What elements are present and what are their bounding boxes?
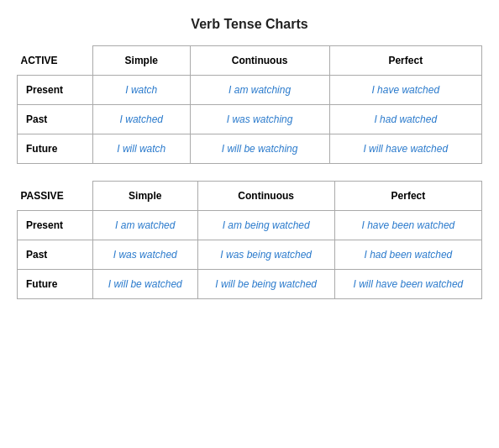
active-future-continuous: I will be watching [190, 134, 329, 164]
passive-header-simple: Simple [93, 182, 198, 211]
passive-future-perfect: I will have been watched [334, 270, 481, 299]
passive-future-row: Future I will be watched I will be being… [18, 270, 482, 299]
active-future-row: Future I will watch I will be watching I… [18, 134, 482, 164]
passive-header-continuous: Continuous [197, 182, 334, 211]
passive-present-label: Present [18, 211, 93, 240]
active-past-simple: I watched [93, 105, 191, 134]
passive-present-row: Present I am watched I am being watched … [18, 211, 482, 240]
passive-past-continuous: I was being watched [197, 240, 334, 270]
active-section-label: ACTIVE [18, 46, 93, 76]
active-past-perfect: I had watched [329, 105, 481, 134]
passive-section-label: PASSIVE [18, 182, 93, 211]
passive-present-perfect: I have been watched [334, 211, 481, 240]
active-present-continuous: I am watching [190, 76, 329, 105]
passive-present-simple: I am watched [93, 211, 198, 240]
active-present-row: Present I watch I am watching I have wat… [18, 76, 482, 105]
active-table: ACTIVE Simple Continuous Perfect Present… [17, 45, 482, 164]
passive-future-continuous: I will be being watched [197, 270, 334, 299]
passive-past-perfect: I had been watched [334, 240, 481, 270]
active-past-label: Past [18, 105, 93, 134]
passive-past-label: Past [18, 240, 93, 270]
active-past-row: Past I watched I was watching I had watc… [18, 105, 482, 134]
active-present-label: Present [18, 76, 93, 105]
active-past-continuous: I was watching [190, 105, 329, 134]
passive-header-perfect: Perfect [334, 182, 481, 211]
passive-present-continuous: I am being watched [197, 211, 334, 240]
passive-future-simple: I will be watched [93, 270, 198, 299]
passive-past-simple: I was watched [93, 240, 198, 270]
page-title: Verb Tense Charts [17, 17, 482, 32]
active-future-simple: I will watch [93, 134, 191, 164]
active-header-perfect: Perfect [329, 46, 481, 76]
passive-future-label: Future [18, 270, 93, 299]
passive-table: PASSIVE Simple Continuous Perfect Presen… [17, 181, 482, 299]
active-header-simple: Simple [93, 46, 191, 76]
active-present-perfect: I have watched [329, 76, 481, 105]
passive-section: PASSIVE Simple Continuous Perfect Presen… [17, 181, 482, 299]
active-section: ACTIVE Simple Continuous Perfect Present… [17, 45, 482, 164]
passive-past-row: Past I was watched I was being watched I… [18, 240, 482, 270]
active-present-simple: I watch [93, 76, 191, 105]
active-header-continuous: Continuous [190, 46, 329, 76]
active-future-label: Future [18, 134, 93, 164]
active-future-perfect: I will have watched [329, 134, 481, 164]
